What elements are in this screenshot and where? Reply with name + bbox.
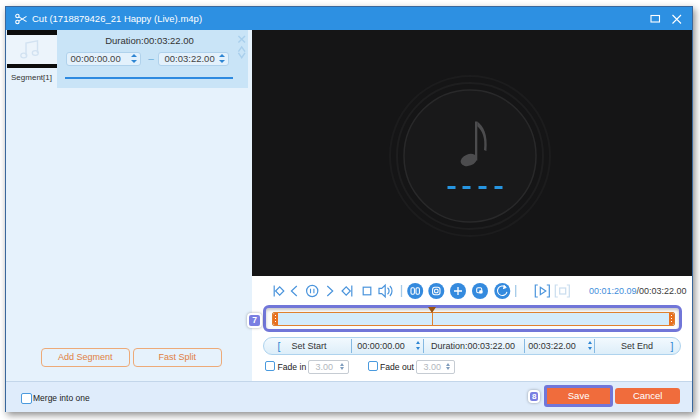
- svg-text:00:01:20.09/00:03:22.00: 00:01:20.09/00:03:22.00: [589, 286, 687, 296]
